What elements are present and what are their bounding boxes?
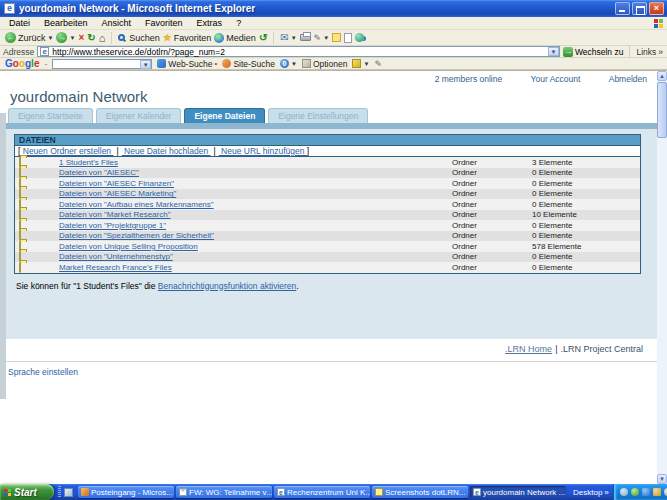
file-name-link[interactable]: Dateien von "Unternehmenstyp" — [59, 252, 173, 261]
info-dropdown-icon[interactable]: ▼ — [291, 61, 297, 67]
forward-button[interactable]: → ▼ — [56, 32, 75, 43]
file-count-cell: 0 Elemente — [532, 221, 640, 230]
task-label: Posteingang - Micros... — [91, 488, 173, 497]
mail-button[interactable]: ✉ ▼ — [280, 32, 296, 43]
media-button[interactable]: Medien — [214, 33, 256, 43]
file-name-link[interactable]: Dateien von "Projektgruppe 1" — [59, 221, 166, 230]
desktop-chevron-icon[interactable]: » — [604, 488, 608, 497]
menu-item[interactable]: Favoriten — [138, 18, 190, 28]
options-icon — [302, 59, 311, 68]
taskbar-task-button[interactable]: FW: WG: Teilnahme v... — [176, 486, 272, 498]
file-name-link[interactable]: Dateien von "Spezialthemen der Sicherhei… — [59, 231, 214, 240]
search-button[interactable]: Suchen — [118, 33, 160, 43]
tab[interactable]: Eigene Dateien — [184, 108, 265, 123]
notification-link[interactable]: Benachrichtigungsfunktion aktivieren — [158, 281, 296, 291]
files-portlet: DATEIEN [ Neuen Ordner erstellen | Neue … — [14, 134, 641, 274]
discuss-button[interactable] — [332, 33, 341, 42]
print-button[interactable] — [300, 34, 311, 41]
desktop-toolbar[interactable]: Desktop » — [573, 488, 609, 497]
file-name-link[interactable]: Dateien von "Aufbau eines Markennamens" — [59, 200, 214, 209]
network-icon[interactable] — [642, 488, 650, 496]
actions-list: Neuen Ordner erstellen | Neue Datei hoch… — [20, 146, 306, 156]
file-type-cell: Ordner — [452, 179, 532, 188]
file-name-link[interactable]: Dateien von "AIESEC" — [59, 168, 139, 177]
menu-item[interactable]: Ansicht — [95, 18, 139, 28]
window-title: yourdomain Network - Microsoft Internet … — [15, 3, 613, 14]
google-input-dropdown-icon[interactable]: ▼ — [140, 60, 151, 69]
vertical-scrollbar[interactable]: ▲ ▼ — [657, 71, 667, 484]
messenger-button[interactable] — [355, 33, 367, 42]
scrollbar-thumb[interactable] — [657, 82, 667, 138]
history-button[interactable]: ↺ — [259, 32, 267, 43]
favorites-star-icon: ★ — [163, 32, 172, 43]
taskbar-task-button[interactable]: e yourdomain Network ... — [470, 486, 566, 498]
file-name-link[interactable]: Market Research France's Files — [59, 263, 172, 272]
home-button[interactable]: ⌂ — [99, 33, 106, 43]
file-name-link[interactable]: Dateien von "AIESEC Marketing" — [59, 189, 176, 198]
file-name-link[interactable]: Dateien von Unique Selling Proposition — [59, 242, 198, 251]
logout-link[interactable]: Abmelden — [609, 74, 647, 84]
menu-item[interactable]: ? — [229, 18, 248, 28]
file-type-cell: Ordner — [452, 221, 532, 230]
menu-item[interactable]: Datei — [2, 18, 37, 28]
address-input[interactable]: e http://www.theservice.de/dotlrn/?page_… — [37, 46, 560, 57]
highlight-button[interactable]: ▼ — [352, 59, 369, 68]
scroll-down-icon[interactable]: ▼ — [657, 474, 667, 484]
back-dropdown-icon[interactable]: ▼ — [48, 35, 54, 41]
taskbar-task-button[interactable]: Screenshots dotLRN... — [372, 486, 468, 498]
research-button[interactable] — [344, 33, 352, 43]
pencil-icon[interactable]: ✎ — [374, 59, 382, 69]
file-row: Dateien von "Aufbau eines Markennamens" … — [15, 199, 640, 210]
edit-dropdown-icon[interactable]: ▼ — [323, 35, 329, 41]
web-search-button[interactable]: Web-Suche • — [157, 59, 217, 69]
file-name-link[interactable]: Dateien von "Market Research" — [59, 210, 171, 219]
search-label: Suchen — [129, 33, 160, 43]
tab[interactable]: Eigene Einstellungen — [268, 108, 368, 123]
standard-toolbar: ← Zurück ▼ → ▼ × ↻ ⌂ Suchen ★ Favoriten … — [0, 30, 667, 46]
page-info-button[interactable]: 0 ▼ — [280, 59, 297, 68]
mail-dropdown-icon[interactable]: ▼ — [291, 35, 297, 41]
taskbar: Start Posteingang - Micros... FW: WG: Te… — [0, 484, 667, 500]
quick-launch-handle-icon[interactable] — [58, 486, 61, 498]
portlet-action-link[interactable]: Neuen Ordner erstellen — [20, 146, 113, 156]
file-name-link[interactable]: Dateien von "AIESEC Finanzen" — [59, 179, 174, 188]
google-search-input[interactable]: ▼ — [52, 59, 152, 69]
scroll-up-icon[interactable]: ▲ — [657, 71, 667, 81]
back-button[interactable]: ← Zurück ▼ — [5, 32, 53, 43]
taskbar-task-button[interactable]: e Rechenzentrum Uni K... — [274, 486, 370, 498]
notification-prefix: Sie können für "1 Student's Files" die — [16, 281, 158, 291]
file-name-link[interactable]: 1 Student's Files — [59, 158, 118, 167]
portlet-action-link[interactable]: Neue Datei hochladen — [122, 146, 211, 156]
close-button[interactable]: × — [649, 2, 664, 15]
language-link[interactable]: Sprache einstellen — [8, 367, 657, 377]
show-desktop-icon[interactable] — [64, 488, 73, 497]
google-logo[interactable]: Google — [5, 58, 39, 69]
shield-icon[interactable] — [631, 488, 639, 496]
tab[interactable]: Eigener Kalender — [96, 108, 182, 123]
menu-item[interactable]: Bearbeiten — [37, 18, 95, 28]
go-button[interactable]: → Wechseln zu — [563, 47, 624, 57]
menu-item[interactable]: Extras — [190, 18, 230, 28]
options-button[interactable]: Optionen — [302, 59, 348, 69]
lrn-project-central-link[interactable]: .LRN Project Central — [560, 344, 643, 354]
taskbar-task-button[interactable]: Posteingang - Micros... — [78, 486, 174, 498]
site-search-button[interactable]: Site-Suche — [222, 59, 275, 69]
update-icon[interactable] — [653, 488, 661, 496]
refresh-button[interactable]: ↻ — [87, 32, 95, 43]
minimize-button[interactable] — [615, 2, 630, 15]
highlight-dropdown-icon[interactable]: ▼ — [363, 61, 369, 67]
portlet-action-link[interactable]: Neue URL hinzufügen — [219, 146, 307, 156]
messenger-icon[interactable] — [620, 488, 628, 496]
forward-dropdown-icon[interactable]: ▼ — [69, 35, 75, 41]
lrn-home-link[interactable]: .LRN Home — [505, 344, 552, 354]
task-icon: e — [473, 488, 481, 496]
stop-button[interactable]: × — [78, 32, 84, 43]
tab[interactable]: Eigene Startseite — [8, 108, 93, 123]
edit-button[interactable]: ✎ ▼ — [314, 33, 330, 43]
address-dropdown-icon[interactable]: ▼ — [548, 47, 559, 56]
your-account-link[interactable]: Your Account — [531, 74, 581, 84]
favorites-button[interactable]: ★ Favoriten — [163, 32, 212, 43]
maximize-button[interactable] — [632, 2, 647, 15]
start-button[interactable]: Start — [0, 484, 54, 500]
links-menu[interactable]: Links » — [636, 47, 663, 57]
